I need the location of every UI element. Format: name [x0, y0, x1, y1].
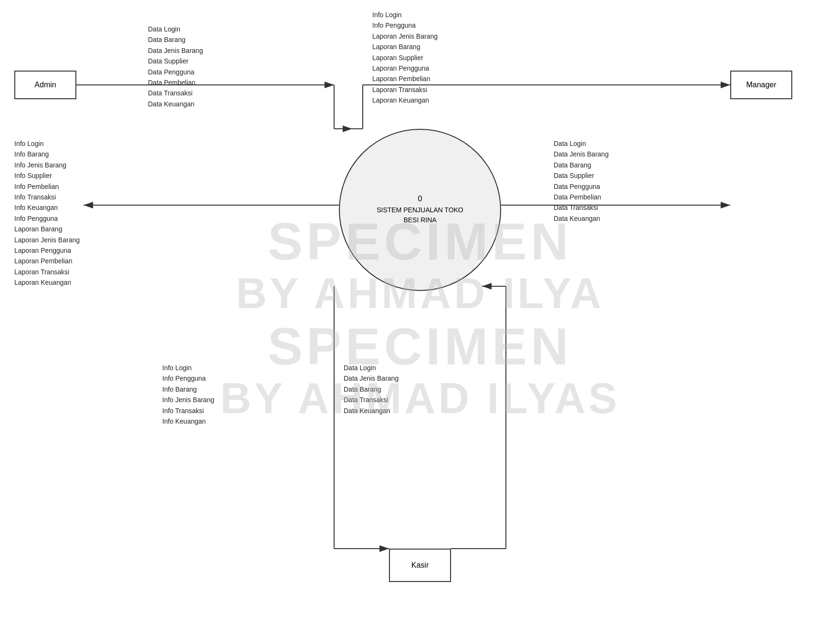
- label-admin-info-10: Laporan Jenis Barang: [14, 235, 80, 245]
- label-admin-info-2: Info Barang: [14, 149, 80, 159]
- kasir-label: Kasir: [411, 561, 429, 570]
- label-manager-data-3: Data Barang: [554, 160, 609, 170]
- system-to-admin-labels: Info Login Info Barang Info Jenis Barang…: [14, 138, 80, 288]
- label-manager-data-2: Data Jenis Barang: [554, 149, 609, 159]
- label-kasir-info-2: Info Pengguna: [162, 373, 214, 384]
- label-manager-data-1: Data Login: [554, 138, 609, 149]
- admin-box: Admin: [14, 71, 76, 99]
- label-admin-info-5: Info Pembelian: [14, 181, 80, 192]
- kasir-to-system-labels: Data Login Data Jenis Barang Data Barang…: [344, 363, 399, 416]
- label-manager-data-4: Data Supplier: [554, 170, 609, 181]
- admin-label: Admin: [34, 81, 56, 89]
- label-kasir-data-5: Data Keuangan: [344, 405, 399, 416]
- label-manager-info-4: Laporan Barang: [372, 42, 438, 52]
- watermark-line-4: BY AHMAD ILYAS: [220, 375, 620, 422]
- label-manager-info-1: Info Login: [372, 10, 438, 20]
- label-manager-info-8: Laporan Transaksi: [372, 84, 438, 95]
- label-manager-info-3: Laporan Jenis Barang: [372, 31, 438, 42]
- label-admin-data-8: Data Keuangan: [148, 99, 203, 109]
- label-admin-info-3: Info Jenis Barang: [14, 160, 80, 170]
- manager-to-system-labels: Data Login Data Jenis Barang Data Barang…: [554, 138, 609, 224]
- system-to-kasir-labels: Info Login Info Pengguna Info Barang Inf…: [162, 363, 214, 426]
- label-kasir-info-4: Info Jenis Barang: [162, 395, 214, 405]
- label-manager-data-5: Data Pengguna: [554, 181, 609, 192]
- label-admin-data-1: Data Login: [148, 24, 203, 34]
- watermark-line-3: SPECIMEN: [268, 317, 573, 375]
- label-kasir-data-2: Data Jenis Barang: [344, 373, 399, 384]
- label-manager-data-8: Data Keuangan: [554, 213, 609, 224]
- label-kasir-info-1: Info Login: [162, 363, 214, 373]
- label-admin-data-6: Data Pembelian: [148, 77, 203, 88]
- label-admin-info-1: Info Login: [14, 138, 80, 149]
- label-admin-data-5: Data Pengguna: [148, 67, 203, 77]
- label-kasir-info-5: Info Transaksi: [162, 405, 214, 416]
- label-admin-info-7: Info Keuangan: [14, 202, 80, 213]
- manager-label: Manager: [746, 81, 776, 89]
- label-admin-data-7: Data Transaksi: [148, 88, 203, 98]
- label-admin-info-14: Laporan Keuangan: [14, 277, 80, 288]
- label-manager-info-2: Info Pengguna: [372, 20, 438, 31]
- label-kasir-data-3: Data Barang: [344, 384, 399, 395]
- label-manager-info-7: Laporan Pembelian: [372, 73, 438, 84]
- label-admin-data-3: Data Jenis Barang: [148, 45, 203, 56]
- kasir-box: Kasir: [389, 549, 451, 582]
- central-level: 0: [418, 195, 422, 203]
- label-manager-info-6: Laporan Pengguna: [372, 63, 438, 73]
- label-kasir-info-6: Info Keuangan: [162, 416, 214, 426]
- label-manager-info-9: Laporan Keuangan: [372, 95, 438, 105]
- diagram-container: SPECIMEN BY AHMAD ILYA SPECIMEN BY AHMAD…: [0, 0, 840, 634]
- label-admin-info-6: Info Transaksi: [14, 192, 80, 202]
- label-manager-data-7: Data Transaksi: [554, 202, 609, 213]
- manager-box: Manager: [730, 71, 792, 99]
- label-manager-info-5: Laporan Supplier: [372, 52, 438, 63]
- label-admin-data-2: Data Barang: [148, 34, 203, 45]
- central-circle: 0 SISTEM PENJUALAN TOKOBESI RINA: [339, 129, 501, 291]
- label-admin-info-12: Laporan Pembelian: [14, 256, 80, 266]
- central-title: SISTEM PENJUALAN TOKOBESI RINA: [377, 205, 463, 225]
- system-to-manager-labels: Info Login Info Pengguna Laporan Jenis B…: [372, 10, 438, 106]
- label-kasir-info-3: Info Barang: [162, 384, 214, 395]
- label-admin-info-8: Info Pengguna: [14, 213, 80, 224]
- label-admin-info-13: Laporan Transaksi: [14, 267, 80, 277]
- label-kasir-data-1: Data Login: [344, 363, 399, 373]
- label-admin-data-4: Data Supplier: [148, 56, 203, 66]
- label-kasir-data-4: Data Transaksi: [344, 395, 399, 405]
- admin-to-system-labels: Data Login Data Barang Data Jenis Barang…: [148, 24, 203, 109]
- label-admin-info-9: Laporan Barang: [14, 224, 80, 234]
- label-admin-info-11: Laporan Pengguna: [14, 245, 80, 256]
- label-admin-info-4: Info Supplier: [14, 170, 80, 181]
- label-manager-data-6: Data Pembelian: [554, 192, 609, 202]
